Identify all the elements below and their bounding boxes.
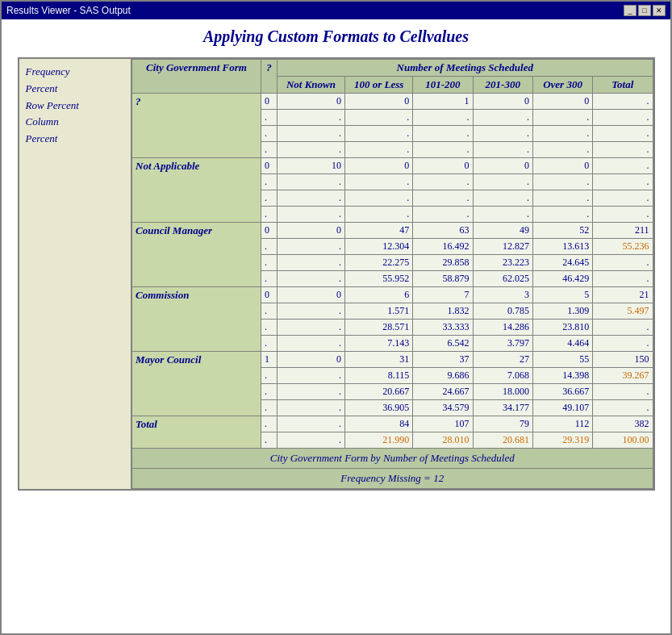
row-label-commission: Commission	[132, 287, 261, 352]
window-title: Results Viewer - SAS Output	[6, 5, 131, 16]
outer-table: Frequency Percent Row Percent Column Per…	[18, 57, 655, 491]
row-label-q: ?	[132, 94, 261, 158]
span-header: Number of Meetings Scheduled	[278, 60, 653, 77]
col-total: Total	[593, 77, 653, 94]
data-cell: 0	[278, 94, 345, 110]
maximize-button[interactable]: □	[638, 5, 651, 16]
table-row: ? 0 0 0 1 0 0 .	[132, 94, 653, 110]
table-row: Not Applicable 0 10 0 0 0 0 .	[132, 158, 653, 174]
close-button[interactable]: ✕	[653, 5, 666, 16]
q-val: 0	[261, 94, 278, 110]
legend-box: Frequency Percent Row Percent Column Per…	[19, 58, 131, 490]
content-area: Applying Custom Formats to Cellvalues Fr…	[2, 19, 670, 633]
footer-label-1: City Government Form by Number of Meetin…	[132, 449, 653, 469]
legend-line-2: Percent	[26, 81, 125, 98]
table-row-total: Total . . 84 107 79 112 382	[132, 416, 653, 432]
table-row: Commission 0 0 6 7 3 5 21	[132, 287, 653, 303]
data-cell: 0	[344, 94, 412, 110]
q-col-header: ?	[261, 60, 278, 94]
legend-line-5: Percent	[26, 131, 125, 148]
row-label-total: Total	[132, 416, 261, 449]
title-bar: Results Viewer - SAS Output _ □ ✕	[2, 2, 670, 19]
footer-row-2: Frequency Missing = 12	[132, 469, 653, 489]
table-row: Council Manager 0 0 47 63 49 52 211	[132, 223, 653, 239]
col-over-300: Over 300	[532, 77, 592, 94]
legend-line-4: Column	[26, 114, 125, 131]
col-not-known: Not Known	[278, 77, 345, 94]
table-row: Mayor Council 1 0 31 37 27 55 150	[132, 352, 653, 368]
minimize-button[interactable]: _	[624, 5, 637, 16]
data-cell: .	[593, 94, 653, 110]
row-label-council-manager: Council Manager	[132, 223, 261, 287]
col-101-200: 101-200	[413, 77, 473, 94]
footer-label-2: Frequency Missing = 12	[132, 469, 653, 489]
main-title: Applying Custom Formats to Cellvalues	[203, 27, 469, 46]
data-cell: 0	[532, 94, 592, 110]
main-window: Results Viewer - SAS Output _ □ ✕ Applyi…	[0, 0, 672, 635]
data-cell: 1	[413, 94, 473, 110]
legend-line-1: Frequency	[26, 64, 125, 81]
col-201-300: 201-300	[473, 77, 532, 94]
row-label-not-applicable: Not Applicable	[132, 158, 261, 223]
col-100-less: 100 or Less	[344, 77, 412, 94]
row-label-mayor-council: Mayor Council	[132, 352, 261, 416]
title-bar-buttons: _ □ ✕	[624, 5, 666, 16]
row-col-header: City Government Form	[132, 60, 261, 94]
footer-row-1: City Government Form by Number of Meetin…	[132, 449, 653, 469]
data-cell: 0	[473, 94, 532, 110]
data-section: City Government Form ? Number of Meeting…	[131, 58, 654, 490]
inner-table: City Government Form ? Number of Meeting…	[131, 59, 653, 489]
legend-line-3: Row Percent	[26, 98, 125, 115]
